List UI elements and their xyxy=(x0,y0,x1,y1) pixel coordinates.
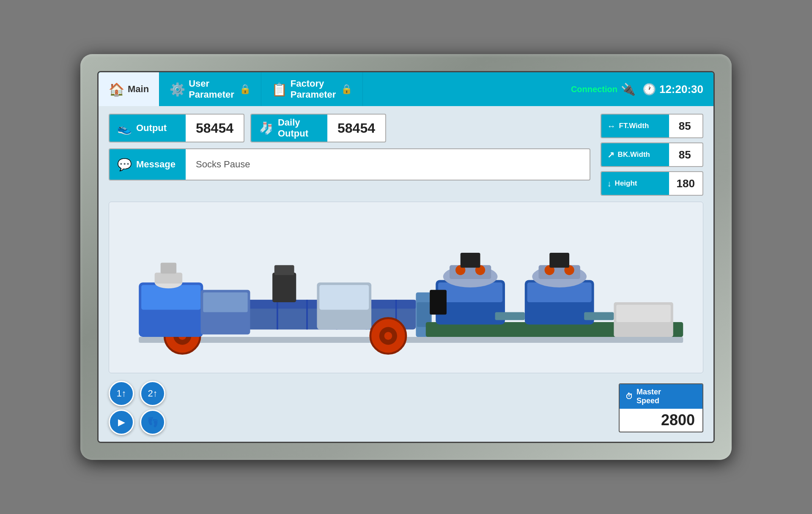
height-icon: ↓ xyxy=(607,179,612,189)
svg-rect-37 xyxy=(461,253,480,268)
message-label-box: 💬 Message xyxy=(110,149,186,180)
bk-width-label: BK.Width xyxy=(618,150,650,159)
sock-icon: 🧦 xyxy=(259,121,274,135)
output-value: 58454 xyxy=(186,120,244,136)
bottom-row: 1↑ 2↑ ▶ 👣 xyxy=(109,379,703,437)
machine-svg xyxy=(109,202,703,373)
ctrl-row-bottom: ▶ 👣 xyxy=(109,410,165,435)
nav-factory-param[interactable]: 📋 FactoryParameter 🔒 xyxy=(261,72,363,106)
svg-rect-48 xyxy=(495,312,525,320)
bezel: 🏠 Main ⚙️ UserParameter 🔒 📋 FactoryParam… xyxy=(80,54,732,460)
screen: 🏠 Main ⚙️ UserParameter 🔒 📋 FactoryParam… xyxy=(97,71,715,443)
foot-icon: 👣 xyxy=(147,417,159,428)
height-label-box: ↓ Height xyxy=(601,172,669,195)
message-box: 💬 Message Socks Pause xyxy=(109,148,590,180)
connection-label: Connection xyxy=(571,85,617,94)
svg-rect-20 xyxy=(155,273,183,284)
daily-output-counter-box: 🧦 DailyOutput 58454 xyxy=(250,114,386,142)
ctrl-btn-play[interactable]: ▶ xyxy=(109,410,134,435)
nav-factory-param-label: FactoryParameter xyxy=(291,78,336,100)
plug-icon: 🔌 xyxy=(621,82,636,96)
svg-point-16 xyxy=(384,332,392,340)
connection-status: Connection 🔌 xyxy=(571,82,636,96)
master-speed-label: MasterSpeed xyxy=(636,388,661,405)
main-content: 👟 Output 58454 🧦 DailyOutput 58454 xyxy=(99,106,713,442)
top-row: 👟 Output 58454 🧦 DailyOutput 58454 xyxy=(109,114,703,196)
ctrl-btn-1-label: 1↑ xyxy=(116,388,126,399)
ft-width-icon: ↔ xyxy=(607,121,616,131)
svg-rect-23 xyxy=(274,265,294,275)
bk-width-label-box: ↗ BK.Width xyxy=(601,143,669,166)
play-icon: ▶ xyxy=(118,417,125,428)
svg-rect-44 xyxy=(549,253,569,268)
message-label: Message xyxy=(136,159,176,170)
ft-width-value: 85 xyxy=(669,120,699,133)
master-speed-header: ⏱ MasterSpeed xyxy=(620,384,702,409)
output-label: Output xyxy=(136,123,167,134)
gear-icon: ⚙️ xyxy=(170,82,185,97)
ft-width-label-box: ↔ FT.Width xyxy=(601,115,669,137)
nav-user-param[interactable]: ⚙️ UserParameter 🔒 xyxy=(159,72,261,106)
svg-rect-25 xyxy=(203,293,247,312)
lock-icon-factory: 🔒 xyxy=(341,84,352,95)
counters-section: 👟 Output 58454 🧦 DailyOutput 58454 xyxy=(109,114,590,180)
params-section: ↔ FT.Width 85 ↗ BK.Width 85 xyxy=(601,114,703,196)
ctrl-row-top: 1↑ 2↑ xyxy=(109,381,165,406)
svg-rect-21 xyxy=(161,263,176,274)
height-row: ↓ Height 180 xyxy=(601,171,703,196)
svg-rect-49 xyxy=(584,312,614,320)
nav-status: Connection 🔌 🕐 12:20:30 xyxy=(561,72,713,106)
doc-icon: 📋 xyxy=(272,82,287,97)
svg-rect-47 xyxy=(430,290,447,315)
clock-icon: 🕐 xyxy=(642,83,656,96)
output-counter-box: 👟 Output 58454 xyxy=(109,114,244,142)
svg-rect-18 xyxy=(141,285,200,310)
height-label: Height xyxy=(615,179,637,188)
svg-rect-46 xyxy=(616,305,671,322)
clock-time: 12:20:30 xyxy=(659,83,703,96)
control-buttons: 1↑ 2↑ ▶ 👣 xyxy=(109,381,165,435)
daily-output-label-box: 🧦 DailyOutput xyxy=(251,115,327,142)
svg-rect-27 xyxy=(319,285,369,310)
nav-user-param-label: UserParameter xyxy=(189,78,234,100)
ctrl-btn-foot[interactable]: 👣 xyxy=(140,410,165,435)
bk-width-row: ↗ BK.Width 85 xyxy=(601,142,703,167)
ctrl-btn-2-label: 2↑ xyxy=(148,388,157,399)
ctrl-btn-2[interactable]: 2↑ xyxy=(140,381,165,406)
ft-width-label: FT.Width xyxy=(619,122,649,130)
daily-output-label: DailyOutput xyxy=(278,117,308,139)
socks-icon: 👟 xyxy=(117,121,132,135)
master-speed-box: ⏱ MasterSpeed 2800 xyxy=(619,383,703,432)
bk-width-icon: ↗ xyxy=(607,150,614,160)
machine-section xyxy=(109,202,703,373)
daily-output-value: 58454 xyxy=(327,120,385,136)
nav-spacer xyxy=(363,72,561,106)
home-icon: 🏠 xyxy=(109,82,124,97)
message-icon: 💬 xyxy=(117,158,132,172)
clock-display: 🕐 12:20:30 xyxy=(642,83,703,96)
master-speed-value: 2800 xyxy=(620,409,702,432)
message-content: Socks Pause xyxy=(186,159,590,170)
nav-main-label: Main xyxy=(128,84,149,95)
lock-icon-user: 🔒 xyxy=(239,84,251,95)
output-label-box: 👟 Output xyxy=(110,115,186,142)
svg-rect-22 xyxy=(272,273,296,302)
svg-rect-0 xyxy=(139,337,683,343)
counter-row: 👟 Output 58454 🧦 DailyOutput 58454 xyxy=(109,114,590,142)
master-speed-icon: ⏱ xyxy=(625,392,633,401)
navbar: 🏠 Main ⚙️ UserParameter 🔒 📋 FactoryParam… xyxy=(99,72,713,106)
nav-main[interactable]: 🏠 Main xyxy=(99,72,159,106)
height-value: 180 xyxy=(669,177,702,190)
bk-width-value: 85 xyxy=(669,148,699,161)
ft-width-row: ↔ FT.Width 85 xyxy=(601,114,703,138)
ctrl-btn-1[interactable]: 1↑ xyxy=(109,381,134,406)
